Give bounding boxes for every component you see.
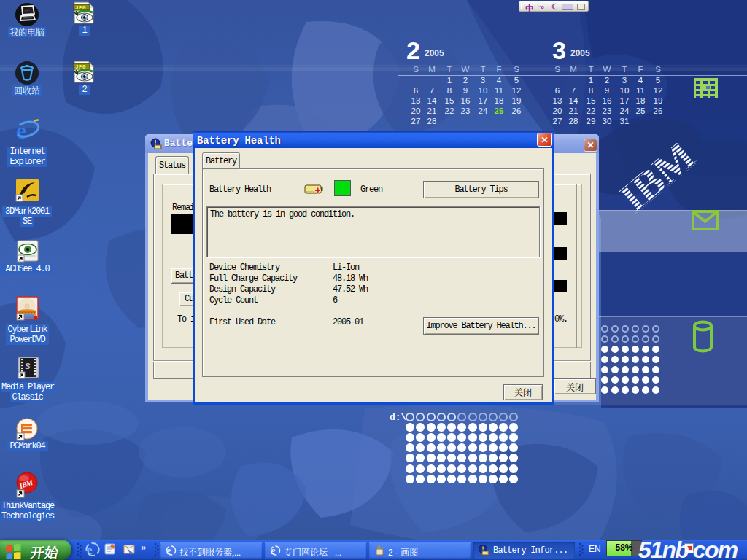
svg-text:S: S [25, 362, 31, 370]
svg-text:»: » [141, 542, 146, 553]
